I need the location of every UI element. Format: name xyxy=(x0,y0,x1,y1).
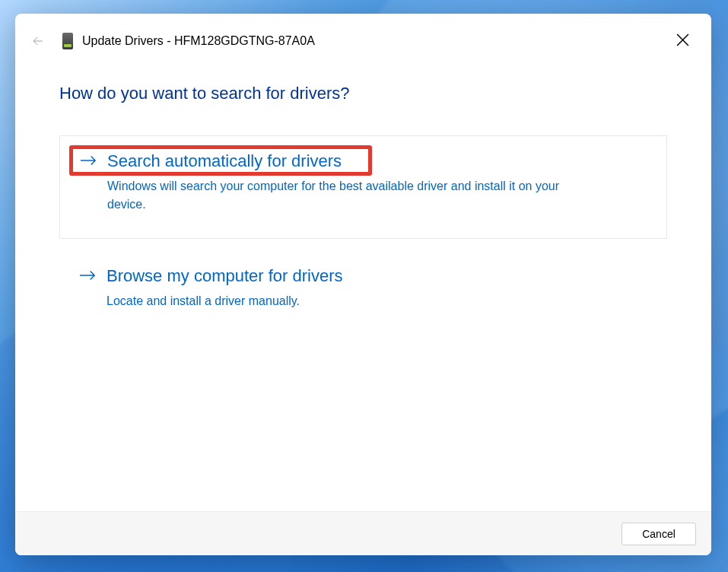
option-description: Windows will search your computer for th… xyxy=(107,177,594,214)
main-heading: How do you want to search for drivers? xyxy=(59,84,667,103)
dialog-content: How do you want to search for drivers? S… xyxy=(15,50,711,511)
dialog-header: Update Drivers - HFM128GDGTNG-87A0A xyxy=(15,20,711,50)
option-title: Search automatically for drivers xyxy=(107,151,342,171)
option-description: Locate and install a driver manually. xyxy=(106,292,593,310)
dialog-footer: Cancel xyxy=(15,511,711,555)
arrow-right-icon xyxy=(80,153,97,170)
arrow-right-icon xyxy=(79,268,96,284)
browse-computer-option[interactable]: Browse my computer for drivers Locate an… xyxy=(59,260,667,335)
back-button[interactable] xyxy=(29,32,47,50)
dialog-title: Update Drivers - HFM128GDGTNG-87A0A xyxy=(82,34,315,48)
update-drivers-dialog: Update Drivers - HFM128GDGTNG-87A0A How … xyxy=(15,14,711,555)
cancel-button[interactable]: Cancel xyxy=(622,523,696,545)
drive-icon xyxy=(62,33,73,49)
option-title: Browse my computer for drivers xyxy=(106,266,343,286)
search-automatically-option[interactable]: Search automatically for drivers Windows… xyxy=(59,135,667,239)
close-button[interactable] xyxy=(672,29,693,50)
back-arrow-icon xyxy=(30,33,46,49)
close-icon xyxy=(676,33,689,46)
